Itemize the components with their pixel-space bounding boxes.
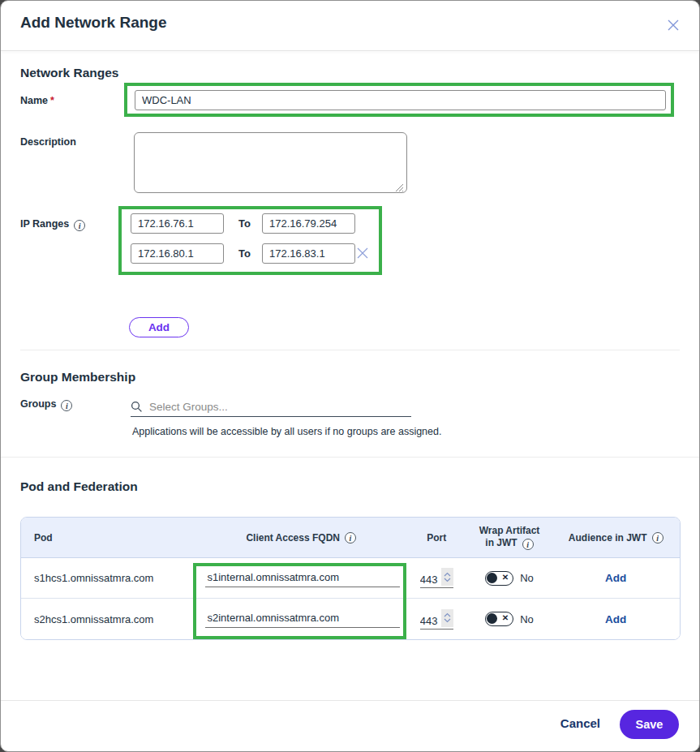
toggle-knob bbox=[487, 613, 497, 624]
ip-range-to-input[interactable] bbox=[262, 243, 355, 264]
add-network-range-dialog: Add Network Range Network Ranges Name* D… bbox=[0, 0, 700, 752]
port-input[interactable] bbox=[420, 615, 441, 627]
toggle-state-label: No bbox=[520, 613, 534, 625]
port-cell bbox=[406, 599, 467, 639]
port-cell bbox=[406, 558, 467, 598]
ip-range-to-input[interactable] bbox=[262, 213, 355, 234]
toggle-knob bbox=[487, 573, 497, 583]
audience-cell: Add bbox=[552, 558, 680, 598]
column-header-fqdn-text: Client Access FQDN bbox=[246, 532, 340, 544]
column-header-audience: Audience in JWTi bbox=[552, 518, 680, 557]
pod-cell: s2hcs1.omnissatmra.com bbox=[21, 599, 195, 639]
section-divider bbox=[20, 350, 680, 350]
description-field-wrap bbox=[134, 132, 407, 193]
name-label-text: Name bbox=[20, 95, 48, 106]
toggle-off-x-icon: ✕ bbox=[502, 573, 509, 582]
table-row: s2hcs1.omnissatmra.com ✕ No bbox=[21, 599, 680, 639]
table-row: s1hcs1.omnissatmra.com ✕ No bbox=[21, 558, 680, 599]
description-label: Description bbox=[20, 136, 76, 148]
section-heading-network-ranges: Network Ranges bbox=[20, 66, 118, 80]
remove-ip-range-icon[interactable] bbox=[356, 247, 369, 260]
column-header-wrap-artifact: Wrap Artifact in JWTi bbox=[467, 518, 552, 557]
wrap-artifact-line2-text: in JWT bbox=[485, 537, 517, 548]
save-button[interactable]: Save bbox=[620, 710, 679, 739]
table-header-row: Pod Client Access FQDNi Port Wrap Artifa… bbox=[21, 518, 680, 558]
wrap-artifact-line1: Wrap Artifact bbox=[479, 525, 540, 537]
pod-cell: s1hcs1.omnissatmra.com bbox=[21, 558, 195, 598]
column-header-fqdn: Client Access FQDNi bbox=[196, 518, 406, 557]
fqdn-input[interactable] bbox=[205, 610, 400, 628]
ip-ranges-info-icon[interactable]: i bbox=[74, 220, 85, 231]
audience-info-icon[interactable]: i bbox=[652, 532, 663, 544]
fqdn-info-icon[interactable]: i bbox=[345, 532, 356, 544]
column-header-port: Port bbox=[406, 518, 467, 557]
groups-label: Groupsi bbox=[20, 398, 72, 411]
toggle-state-label: No bbox=[520, 572, 534, 584]
audience-add-link[interactable]: Add bbox=[605, 613, 626, 625]
name-input[interactable] bbox=[135, 90, 666, 110]
section-divider bbox=[1, 457, 699, 458]
resize-handle-icon[interactable] bbox=[395, 181, 404, 190]
groups-label-text: Groups bbox=[20, 398, 56, 410]
groups-info-icon[interactable]: i bbox=[61, 400, 72, 411]
port-stepper[interactable] bbox=[441, 568, 453, 586]
fqdn-cell bbox=[195, 599, 406, 639]
wrap-artifact-toggle[interactable]: ✕ bbox=[485, 612, 513, 626]
toggle-off-x-icon: ✕ bbox=[502, 613, 509, 622]
section-heading-group-membership: Group Membership bbox=[20, 370, 135, 385]
fqdn-input[interactable] bbox=[205, 569, 400, 587]
header-divider bbox=[1, 50, 699, 51]
wrap-artifact-info-icon[interactable]: i bbox=[522, 539, 534, 550]
wrap-artifact-toggle[interactable]: ✕ bbox=[485, 571, 513, 586]
description-textarea[interactable] bbox=[134, 132, 407, 193]
port-stepper[interactable] bbox=[441, 609, 453, 627]
column-header-audience-text: Audience in JWT bbox=[569, 532, 647, 544]
ip-range-from-input[interactable] bbox=[131, 243, 224, 264]
footer-divider bbox=[1, 700, 699, 701]
to-label: To bbox=[238, 247, 251, 260]
ip-ranges-label-text: IP Ranges bbox=[20, 218, 69, 230]
section-heading-pod-federation: Pod and Federation bbox=[20, 479, 138, 494]
wrap-artifact-line2: in JWTi bbox=[485, 537, 533, 550]
fqdn-cell bbox=[195, 558, 406, 598]
required-asterisk: * bbox=[50, 95, 54, 106]
audience-cell: Add bbox=[552, 599, 680, 639]
search-icon bbox=[131, 401, 143, 413]
wrap-artifact-cell: ✕ No bbox=[467, 558, 552, 598]
dialog-title: Add Network Range bbox=[20, 14, 167, 32]
wrap-artifact-cell: ✕ No bbox=[467, 599, 552, 639]
groups-search-input[interactable] bbox=[149, 401, 411, 413]
to-label: To bbox=[238, 217, 251, 230]
cancel-button[interactable]: Cancel bbox=[560, 716, 600, 730]
ip-range-from-input[interactable] bbox=[131, 213, 224, 234]
audience-add-link[interactable]: Add bbox=[605, 572, 626, 584]
groups-search-field bbox=[131, 397, 411, 417]
port-input[interactable] bbox=[420, 574, 441, 586]
pod-federation-table: Pod Client Access FQDNi Port Wrap Artifa… bbox=[20, 517, 681, 640]
name-label: Name* bbox=[20, 95, 54, 106]
column-header-pod: Pod bbox=[21, 518, 196, 557]
groups-helper-text: Applications will be accessible by all u… bbox=[132, 426, 441, 437]
add-ip-range-button[interactable]: Add bbox=[129, 317, 189, 337]
close-icon[interactable] bbox=[665, 17, 681, 33]
ip-ranges-label: IP Rangesi bbox=[20, 218, 85, 231]
